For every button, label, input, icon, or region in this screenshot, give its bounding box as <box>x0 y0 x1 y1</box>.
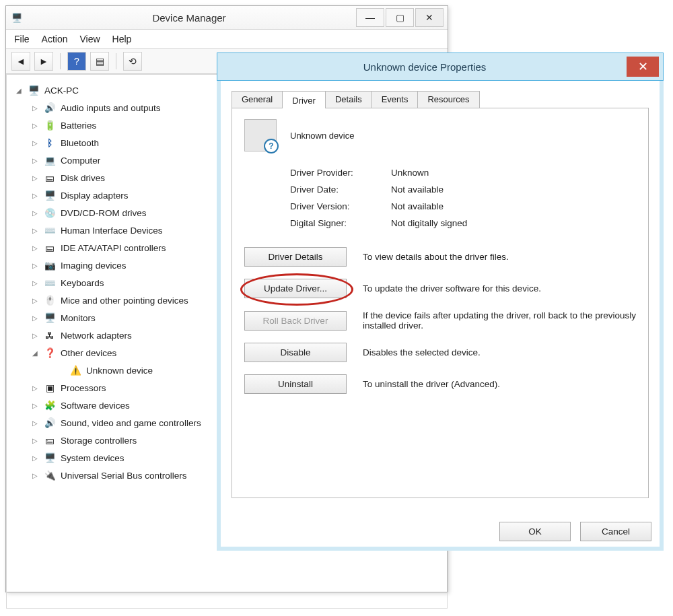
tree-label: Keyboards <box>61 278 104 288</box>
properties-dialog: Unknown device Properties ✕ General Driv… <box>217 53 664 549</box>
toolbar-refresh-icon[interactable]: ⟲ <box>123 52 142 71</box>
disclosure-collapsed-icon[interactable]: ▷ <box>31 157 39 164</box>
toolbar-fwd-icon[interactable]: ► <box>34 52 53 71</box>
disable-button[interactable]: Disable <box>244 343 347 362</box>
driver-details-button[interactable]: Driver Details <box>244 247 347 267</box>
version-value: Not available <box>391 201 636 211</box>
warning-icon: ⚠️ <box>69 364 82 377</box>
disclosure-collapsed-icon[interactable]: ▷ <box>31 402 39 409</box>
toolbar-prop-icon[interactable]: ▤ <box>90 52 109 71</box>
tree-label: Computer <box>61 156 100 166</box>
menu-action[interactable]: Action <box>42 34 68 44</box>
tree-label: Batteries <box>61 121 96 131</box>
cpu-icon: ▣ <box>43 381 57 395</box>
disclosure-collapsed-icon[interactable]: ▷ <box>31 104 39 112</box>
mouse-icon: 🖱️ <box>43 294 57 307</box>
tree-label: Network adapters <box>61 331 132 341</box>
disclosure-collapsed-icon[interactable]: ▷ <box>31 384 39 392</box>
signer-value: Not digitally signed <box>391 218 636 228</box>
rollback-driver-desc: If the device fails after updating the d… <box>363 310 636 331</box>
rollback-driver-button: Roll Back Driver <box>244 311 347 331</box>
tab-details[interactable]: Details <box>325 91 372 108</box>
maximize-button[interactable]: ▢ <box>386 8 414 27</box>
tree-label: Imaging devices <box>61 261 127 271</box>
close-button[interactable]: ✕ <box>415 8 444 27</box>
system-icon: 🖥️ <box>43 451 57 465</box>
computer-icon: 🖥️ <box>10 11 24 24</box>
provider-value: Unknown <box>391 168 636 178</box>
disk-icon: 🖴 <box>43 171 57 184</box>
tree-label: Audio inputs and outputs <box>61 103 161 113</box>
tab-bar: General Driver Details Events Resources <box>232 91 649 108</box>
separator <box>116 53 116 69</box>
disable-desc: Disables the selected device. <box>363 347 481 357</box>
monitor-icon: 🖥️ <box>43 311 57 324</box>
disclosure-collapsed-icon[interactable]: ▷ <box>31 192 39 199</box>
dm-titlebar[interactable]: 🖥️ Device Manager — ▢ ✕ <box>6 6 448 30</box>
disclosure-collapsed-icon[interactable]: ▷ <box>31 227 39 234</box>
driver-tab-panel: ? Unknown device Driver Provider: Unknow… <box>232 108 649 498</box>
disclosure-collapsed-icon[interactable]: ▷ <box>31 139 39 147</box>
tree-label: Processors <box>61 383 106 393</box>
disclosure-collapsed-icon[interactable]: ▷ <box>31 314 39 322</box>
tree-label: Monitors <box>61 313 96 323</box>
close-button[interactable]: ✕ <box>627 57 659 77</box>
toolbar-back-icon[interactable]: ◄ <box>11 52 30 71</box>
tab-general[interactable]: General <box>232 91 283 108</box>
disclosure-collapsed-icon[interactable]: ▷ <box>31 419 39 427</box>
disclosure-collapsed-icon[interactable]: ▷ <box>31 244 39 252</box>
ide-icon: 🖴 <box>43 241 57 254</box>
update-driver-button[interactable]: Update Driver... <box>244 279 347 298</box>
other-icon: ❓ <box>43 346 57 360</box>
tree-label: System devices <box>61 453 125 463</box>
disclosure-collapsed-icon[interactable]: ▷ <box>31 454 39 462</box>
disclosure-collapsed-icon[interactable]: ▷ <box>31 297 39 304</box>
props-titlebar[interactable]: Unknown device Properties ✕ <box>217 53 664 81</box>
tree-label: ACK-PC <box>44 85 79 96</box>
disclosure-collapsed-icon[interactable]: ▷ <box>31 262 39 269</box>
storage-icon: 🖴 <box>43 434 57 447</box>
tree-label: Universal Serial Bus controllers <box>61 471 187 481</box>
tree-label: Other devices <box>61 348 116 358</box>
tree-label: DVD/CD-ROM drives <box>61 208 147 218</box>
tab-resources[interactable]: Resources <box>417 91 479 108</box>
uninstall-button[interactable]: Uninstall <box>244 374 347 394</box>
display-icon: 🖥️ <box>43 189 57 202</box>
disclosure-collapsed-icon[interactable]: ▷ <box>31 437 39 444</box>
disclosure-collapsed-icon[interactable]: ▷ <box>31 174 39 182</box>
disclosure-collapsed-icon[interactable]: ▷ <box>31 472 39 479</box>
separator <box>60 53 61 69</box>
signer-label: Digital Signer: <box>290 218 391 228</box>
tab-driver[interactable]: Driver <box>282 91 326 108</box>
battery-icon: 🔋 <box>43 118 57 132</box>
tree-label: Unknown device <box>86 366 153 376</box>
menu-file[interactable]: File <box>14 34 30 44</box>
tree-label: Bluetooth <box>61 138 99 148</box>
driver-details-desc: To view details about the driver files. <box>363 252 509 262</box>
ok-button[interactable]: OK <box>499 522 571 541</box>
dm-menubar: File Action View Help <box>6 30 448 49</box>
cancel-button[interactable]: Cancel <box>580 522 651 541</box>
usb-icon: 🔌 <box>43 469 57 482</box>
disclosure-collapsed-icon[interactable]: ▷ <box>31 279 39 287</box>
minimize-button[interactable]: — <box>356 8 384 27</box>
disclosure-collapsed-icon[interactable]: ▷ <box>31 122 39 129</box>
update-driver-desc: To update the driver software for this d… <box>363 283 541 294</box>
disclosure-expanded-icon[interactable]: ◢ <box>15 87 23 94</box>
tree-label: IDE ATA/ATAPI controllers <box>61 243 166 253</box>
disclosure-collapsed-icon[interactable]: ▷ <box>31 209 39 217</box>
keyboard-icon: ⌨️ <box>43 276 57 289</box>
computer-icon: 💻 <box>43 153 57 167</box>
camera-icon: 📷 <box>43 259 57 272</box>
disclosure-expanded-icon[interactable]: ◢ <box>31 349 39 357</box>
menu-view[interactable]: View <box>79 34 100 44</box>
provider-label: Driver Provider: <box>290 168 391 178</box>
tree-label: Human Interface Devices <box>61 226 163 236</box>
props-title: Unknown device Properties <box>223 61 627 73</box>
computer-icon: 🖥️ <box>27 83 40 97</box>
disclosure-collapsed-icon[interactable]: ▷ <box>31 332 39 339</box>
hid-icon: ⌨️ <box>43 224 57 237</box>
tab-events[interactable]: Events <box>371 91 419 108</box>
toolbar-help-icon[interactable]: ? <box>67 52 86 71</box>
menu-help[interactable]: Help <box>112 34 132 44</box>
